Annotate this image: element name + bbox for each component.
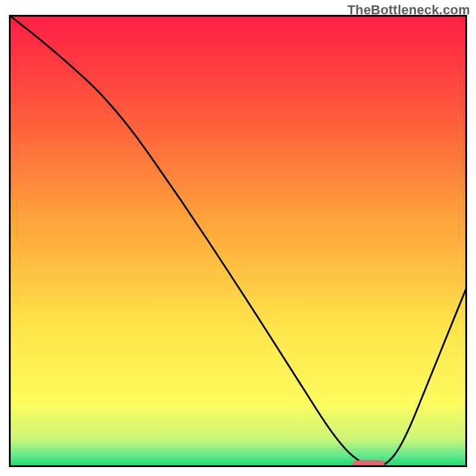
chart-container <box>9 15 467 467</box>
gradient-background <box>9 15 467 467</box>
bottleneck-chart <box>9 15 467 467</box>
